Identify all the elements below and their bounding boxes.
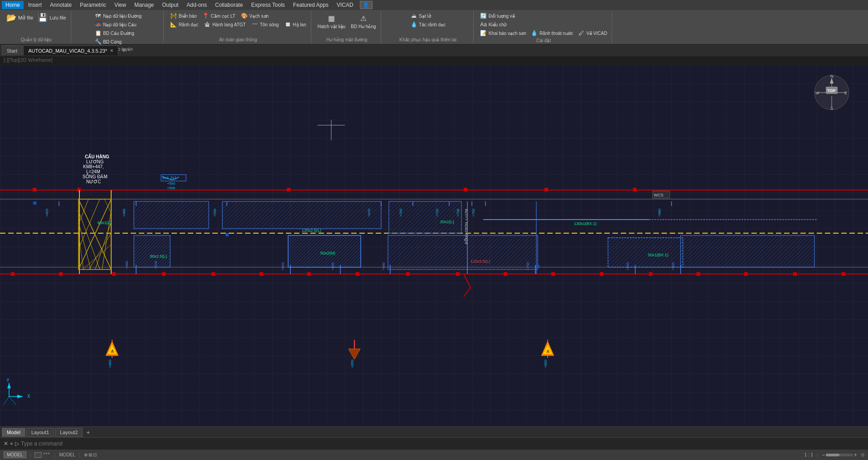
- svg-text:+420: +420: [45, 208, 49, 217]
- svg-text:+516: +516: [154, 260, 158, 269]
- menu-addons[interactable]: Add-ons: [183, 1, 211, 9]
- svg-text:50x2(M): 50x2(M): [320, 251, 335, 255]
- nap-dl-duong-button[interactable]: 🗺 Nạp dữ liệu Đường: [93, 12, 143, 20]
- svg-text:N: N: [830, 74, 834, 78]
- svg-rect-58: [389, 201, 461, 233]
- bd-cau-duong-button[interactable]: 📋 BD Cầu Đường: [93, 29, 136, 37]
- sat-lo-button[interactable]: ⛰ Sạt lở: [408, 12, 432, 20]
- snap-icon[interactable]: [43, 452, 50, 458]
- svg-rect-19: [307, 272, 311, 276]
- svg-text:+506: +506: [167, 186, 176, 190]
- luu-file-button[interactable]: 💾 Lưu file: [36, 12, 68, 24]
- svg-rect-23: [504, 272, 507, 276]
- svg-rect-30: [842, 272, 845, 276]
- road2-icon: 🛣: [204, 21, 211, 28]
- ranh-doc-button[interactable]: 📐 Rãnh dọc: [168, 20, 200, 29]
- svg-text:+480: +480: [125, 260, 129, 269]
- hanh-lang-button[interactable]: 🛣 Hành lang ATGT: [202, 20, 248, 29]
- add-tab-button[interactable]: +: [119, 46, 128, 55]
- add-layout-button[interactable]: +: [83, 428, 93, 437]
- nap-dl-cau-button[interactable]: 🌉 Nạp dữ liệu Cầu: [93, 20, 138, 29]
- svg-text:30x2.5(L): 30x2.5(L): [150, 254, 167, 259]
- profile-icon[interactable]: 👤: [360, 1, 373, 9]
- menu-output[interactable]: Output: [158, 1, 182, 9]
- drain2-icon: 💧: [531, 29, 538, 37]
- svg-rect-68: [681, 235, 814, 267]
- command-input[interactable]: [21, 440, 864, 447]
- grid-display-icon[interactable]: [34, 452, 42, 458]
- layout-tab-layout1[interactable]: Layout1: [26, 428, 54, 437]
- polar-toggle[interactable]: ⊡: [93, 452, 97, 457]
- svg-line-38: [78, 210, 100, 269]
- svg-line-44: [102, 210, 111, 269]
- menu-collaborate[interactable]: Collaborate: [211, 1, 246, 9]
- svg-text:TOP: TOP: [827, 88, 835, 93]
- cmd-icon: ✕: [4, 440, 8, 447]
- vach-son-button[interactable]: 🎨 Vạch sơn: [239, 12, 271, 20]
- cam-coc-button[interactable]: 📍 Cắm cọc LT: [201, 12, 237, 20]
- zoom-controls[interactable]: − +: [822, 452, 857, 458]
- snap-toggle[interactable]: ⊕: [84, 452, 88, 457]
- landslide-icon: ⛰: [410, 12, 417, 20]
- bd-cong-button[interactable]: 🔧 BD Cống: [93, 38, 123, 46]
- menu-express[interactable]: Express Tools: [247, 1, 288, 9]
- svg-line-31: [464, 274, 471, 288]
- cmd-prompt: ▷: [15, 440, 19, 447]
- wave-icon: 〰: [251, 21, 259, 28]
- menu-view[interactable]: View: [111, 1, 130, 9]
- hatch-button[interactable]: ▦ Hatch vật liệu: [316, 12, 347, 30]
- svg-rect-16: [162, 272, 166, 276]
- menu-vicad[interactable]: VICAD: [333, 1, 357, 9]
- tac-ranh-button[interactable]: 💧 Tác rãnh dọc: [408, 20, 447, 29]
- tab-main[interactable]: AUTOCAD_MAU_VICAD_4.3.5.23* ✕: [23, 45, 118, 55]
- ortho-toggle[interactable]: ⊞: [88, 452, 92, 457]
- svg-text:+600: +600: [281, 262, 285, 270]
- layout-tab-model[interactable]: Model: [2, 428, 25, 437]
- cursor-pos: ⊙: [861, 452, 864, 457]
- svg-text:+550: +550: [213, 208, 217, 217]
- svg-rect-64: [388, 235, 538, 269]
- bien-bao-button[interactable]: 🚧 Biển báo: [168, 12, 199, 20]
- menu-insert[interactable]: Insert: [25, 1, 45, 9]
- layout-tabs: Model Layout1 Layout2 +: [0, 426, 868, 437]
- svg-text:KM8+447,: KM8+447,: [83, 164, 104, 169]
- svg-rect-87: [33, 201, 36, 205]
- menu-annotate[interactable]: Annotate: [46, 1, 75, 9]
- svg-text:+750: +750: [471, 208, 476, 217]
- group-label-quanly: Quản lý dữ liệu: [21, 36, 52, 42]
- mo-file-button[interactable]: 📂 Mở file: [5, 12, 35, 24]
- svg-text:+738: +738: [456, 208, 460, 217]
- menu-featured[interactable]: Featured Apps: [289, 1, 332, 9]
- khai-bao-vach-button[interactable]: 📝 Khai báo vạch sơn: [478, 29, 528, 37]
- menu-manage[interactable]: Manage: [131, 1, 157, 9]
- group-label-caidat: Cài đặt: [536, 37, 551, 43]
- svg-rect-26: [649, 272, 652, 276]
- change-icon: 🔄: [480, 12, 487, 20]
- menu-parametric[interactable]: Parametric: [76, 1, 110, 9]
- ton-song-button[interactable]: 〰 Tôn sóng: [250, 20, 281, 29]
- svg-rect-27: [696, 272, 700, 276]
- svg-text:Y: Y: [6, 378, 10, 383]
- tab-start[interactable]: Start: [2, 45, 22, 55]
- svg-line-46: [89, 233, 111, 269]
- group-label-atgt: An toàn giao thông: [219, 36, 257, 42]
- model-status-button[interactable]: MODEL: [4, 451, 26, 458]
- svg-text:E: E: [844, 91, 847, 95]
- svg-rect-12: [633, 188, 637, 191]
- doi-tuong-ve-button[interactable]: 🔄 Đổi tượng vẽ: [478, 12, 517, 20]
- bd-hu-hong-button[interactable]: ⚠ BD Hư hỏng: [349, 12, 378, 30]
- tab-close-button[interactable]: ✕: [110, 48, 113, 53]
- sign-icon: 🚧: [170, 12, 177, 20]
- svg-text:+900: +900: [671, 262, 675, 270]
- ve-vicad-button[interactable]: 🖊 Vẽ VICAD: [576, 29, 609, 37]
- kieu-chu-button[interactable]: Aa Kiểu chữ: [478, 20, 509, 29]
- status-bar: MODEL | | MODEL | ⊕ ⊞ ⊡ 1 : 1 | − + ⊙: [0, 449, 868, 460]
- svg-line-32: [464, 288, 471, 297]
- menu-home[interactable]: Home: [2, 1, 24, 9]
- water-icon: 💧: [410, 21, 417, 28]
- ho-lan-button[interactable]: 🔲 Hộ lan: [282, 20, 308, 29]
- ranh-thoat-button[interactable]: 💧 Rãnh thoát nước: [529, 29, 575, 37]
- svg-text:+880: +880: [657, 208, 662, 217]
- layout-tab-layout2[interactable]: Layout2: [55, 428, 83, 437]
- viewport-label: [-][Top][2D Wireframe]: [0, 56, 868, 65]
